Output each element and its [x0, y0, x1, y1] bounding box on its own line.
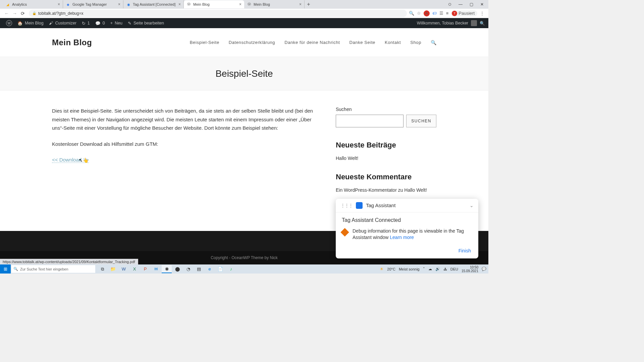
wordpress-icon: ⓦ	[186, 2, 191, 7]
tab-gtm[interactable]: ◆ Google Tag Manager ×	[63, 0, 123, 8]
reload-button[interactable]: ⟳	[19, 11, 27, 16]
home-icon: 🏠	[17, 21, 23, 26]
wp-updates[interactable]: ↻ 1	[79, 21, 93, 26]
weather-temp[interactable]: 20°C	[387, 267, 395, 271]
recent-comment-link[interactable]: Ein WordPress-Kommentator zu Hallo Welt!	[336, 187, 436, 193]
word-icon[interactable]: W	[119, 265, 129, 273]
close-icon[interactable]: ×	[118, 2, 120, 7]
volume-icon[interactable]: 🔊	[435, 267, 440, 271]
task-view-icon[interactable]: ⧉	[97, 265, 107, 273]
maximize-button[interactable]: ▢	[466, 2, 476, 7]
taskbar-search-placeholder: Zur Suche Text hier eingeben	[20, 267, 68, 271]
nav-beispiel-seite[interactable]: Beispiel-Seite	[190, 40, 219, 45]
close-window-button[interactable]: ✕	[477, 2, 487, 7]
powerpoint-icon[interactable]: P	[140, 265, 150, 273]
plus-icon: +	[110, 21, 113, 25]
search-button[interactable]: SUCHEN	[406, 115, 436, 127]
nav-search-icon[interactable]: 🔍	[431, 40, 436, 45]
taskbar-clock[interactable]: 10:50 15.09.2021	[462, 265, 478, 273]
collapse-icon[interactable]: ⌄	[470, 203, 474, 208]
wp-logo[interactable]: W	[3, 20, 15, 26]
extensions-icon[interactable]: ≡	[446, 11, 449, 16]
wp-admin-bar: W 🏠 Mein Blog 🖌 Customizer ↻ 1 💬 0 + Neu…	[0, 18, 488, 28]
search-label: Suchen	[336, 107, 436, 112]
nav-kontakt[interactable]: Kontakt	[385, 40, 401, 45]
tab-mein-blog-2[interactable]: ⓦ Mein Blog ×	[244, 0, 305, 8]
app-icon-1[interactable]: ◔	[183, 265, 193, 273]
reading-list-icon[interactable]: ☰	[439, 11, 443, 16]
download-link[interactable]: << Download >>	[52, 157, 89, 163]
spotify-icon[interactable]: ♪	[226, 265, 236, 273]
site-title[interactable]: Mein Blog	[52, 38, 92, 47]
search-input[interactable]	[336, 115, 404, 127]
tray-chevron-icon[interactable]: ˄	[423, 267, 425, 271]
chrome-icon[interactable]: ◉	[162, 265, 172, 273]
wp-welcome-text[interactable]: Willkommen, Tobias Becker	[417, 21, 468, 25]
wp-search-icon[interactable]: 🔍	[480, 21, 485, 26]
wp-new-label: Neu	[115, 21, 122, 25]
notifications-icon[interactable]: 💬	[482, 267, 486, 271]
wp-customizer[interactable]: 🖌 Customizer	[46, 21, 79, 25]
close-icon[interactable]: ×	[58, 2, 60, 7]
forward-button[interactable]: →	[11, 11, 19, 16]
taskbar-time: 10:50	[462, 265, 478, 269]
wp-avatar[interactable]	[471, 20, 477, 26]
back-button[interactable]: ←	[3, 11, 11, 16]
extension-tag-icon[interactable]: 🏷	[432, 11, 437, 16]
wp-site-link[interactable]: 🏠 Mein Blog	[15, 21, 46, 26]
minimize-button[interactable]: —	[455, 2, 466, 7]
wp-new[interactable]: + Neu	[108, 21, 125, 25]
tab-label: Mein Blog	[193, 2, 238, 6]
excel-icon[interactable]: X	[129, 265, 140, 273]
recent-post-link[interactable]: Hallo Welt!	[336, 156, 436, 161]
bookmark-icon[interactable]: ☆	[417, 11, 421, 16]
address-bar: ← → ⟳ 🔒 tobitalk.at/?gtm_debug=x 🔍 ☆ A 🏷…	[0, 9, 488, 18]
tab-label: Analytics	[12, 2, 56, 6]
nav-danke-seite[interactable]: Danke Seite	[350, 40, 375, 45]
tab-mein-blog-active[interactable]: ⓦ Mein Blog ×	[184, 0, 244, 8]
notepad-icon[interactable]: 📄	[215, 265, 225, 273]
profile-paused-badge[interactable]: T Pausiert	[451, 10, 477, 16]
mail-icon[interactable]: ✉	[151, 265, 161, 273]
comment-icon: 💬	[95, 21, 101, 26]
close-icon[interactable]: ×	[299, 2, 302, 7]
url-input[interactable]: 🔒 tobitalk.at/?gtm_debug=x	[29, 10, 407, 17]
weather-text[interactable]: Meist sonnig	[399, 267, 420, 271]
onedrive-icon[interactable]: ☁	[428, 267, 432, 271]
finish-button[interactable]: Finish	[459, 248, 471, 253]
language-indicator[interactable]: DEU	[450, 267, 458, 271]
learn-more-link[interactable]: Learn more	[390, 235, 414, 240]
taskbar-search[interactable]: 🔍 Zur Suche Text hier eingeben	[11, 265, 95, 273]
extension-abp-icon[interactable]: A	[424, 10, 430, 16]
tag-assistant-title: Tag Assistant	[366, 202, 466, 208]
file-explorer-icon[interactable]: 📁	[108, 265, 118, 273]
network-icon[interactable]: 🖧	[443, 267, 447, 271]
drag-handle-icon[interactable]: ⋮⋮⋮	[340, 203, 353, 208]
menu-icon[interactable]: ⋮	[480, 11, 484, 16]
account-dot-icon[interactable]	[445, 2, 455, 7]
page-title-bar: Beispiel-Seite	[0, 57, 488, 90]
zoom-icon[interactable]: 🔍	[409, 11, 414, 16]
lock-icon: 🔒	[32, 11, 36, 15]
nav-danke-nachricht[interactable]: Danke für deine Nachricht	[284, 40, 340, 45]
close-icon[interactable]: ×	[239, 2, 241, 7]
start-button[interactable]: ⊞	[0, 264, 11, 274]
nav-shop[interactable]: Shop	[410, 40, 421, 45]
close-icon[interactable]: ×	[178, 2, 181, 7]
tag-assistant-logo-icon	[356, 202, 363, 209]
nav-datenschutz[interactable]: Datenschutzerklärung	[229, 40, 275, 45]
profile-avatar: T	[452, 11, 457, 16]
new-tab-button[interactable]: +	[305, 1, 313, 7]
wp-edit-page[interactable]: ✎ Seite bearbeiten	[125, 21, 167, 26]
tab-tag-assistant[interactable]: ◉ Tag Assistant [Connected] ×	[123, 0, 184, 8]
wp-edit-label: Seite bearbeiten	[133, 21, 164, 25]
browser-tab-strip: ◢ Analytics × ◆ Google Tag Manager × ◉ T…	[0, 0, 488, 9]
main-column: Dies ist eine Beispiel-Seite. Sie unters…	[52, 107, 316, 193]
tab-label: Mein Blog	[254, 2, 298, 6]
app-icon-2[interactable]: ▤	[194, 265, 204, 273]
tab-analytics[interactable]: ◢ Analytics ×	[3, 0, 63, 8]
wp-site-name: Mein Blog	[25, 21, 44, 25]
obs-icon[interactable]: ⬤	[172, 265, 182, 273]
edge-icon[interactable]: e	[205, 265, 215, 273]
wp-comments[interactable]: 💬 0	[93, 21, 108, 26]
